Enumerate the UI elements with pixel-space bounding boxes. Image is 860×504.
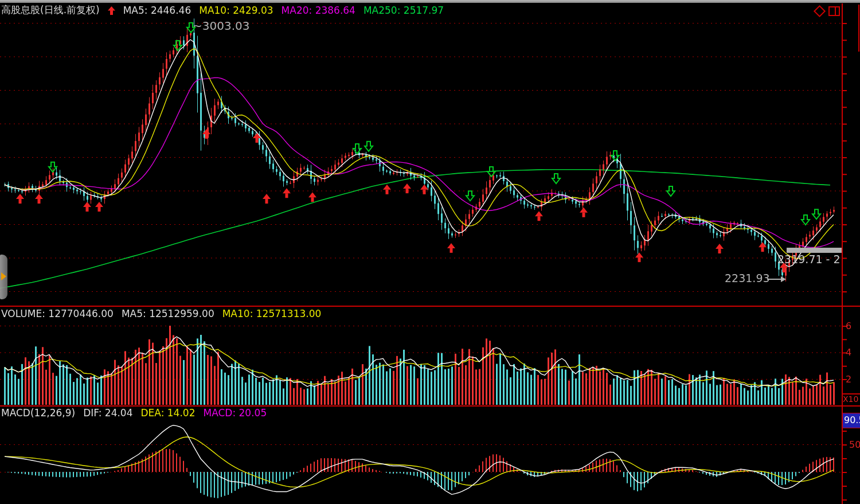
- dif-label: DIF: 24.04: [83, 407, 132, 419]
- ma20-label: MA20: 2386.64: [282, 5, 355, 16]
- range-tooltip-text: 2319.71 - 2: [777, 253, 842, 265]
- low-price-annotation: 2231.93: [725, 272, 770, 284]
- split-line: [835, 7, 836, 15]
- ma10-label: MA10: 2429.03: [199, 5, 273, 16]
- volume-axis-label-2: 2: [846, 374, 851, 385]
- macd-axis-label-50: 50: [849, 439, 860, 450]
- up-arrow-icon: [108, 6, 115, 14]
- macd-panel-header: MACD(12,26,9) DIF: 24.04 DEA: 14.02 MACD…: [1, 407, 267, 419]
- window-right-border: [858, 5, 859, 52]
- ma250-label: MA250: 2517.97: [363, 5, 444, 16]
- macd-value-label: MACD: 20.05: [203, 407, 267, 419]
- diamond-icon[interactable]: [814, 5, 826, 17]
- main-chart-header: 高股息股(日线.前复权) MA5: 2446.46 MA10: 2429.03 …: [1, 3, 444, 17]
- peak-price-annotation: ~3003.03: [193, 19, 249, 33]
- sidebar-expander-handle[interactable]: [0, 255, 7, 299]
- window-titlebar-edge: [0, 0, 860, 3]
- charts-canvas[interactable]: [0, 0, 860, 504]
- volume-ma10-label: MA10: 12571313.00: [222, 308, 322, 319]
- volume-ma5-label: MA5: 12512959.00: [122, 308, 214, 319]
- dea-label: DEA: 14.02: [141, 407, 196, 419]
- volume-unit-label: X10: [843, 394, 860, 404]
- macd-title-label: MACD(12,26,9): [1, 407, 75, 419]
- macd-readout-badge: 90.5: [842, 413, 860, 428]
- chart-window-controls: [815, 6, 840, 16]
- ma5-label: MA5: 2446.46: [123, 5, 191, 16]
- trading-app-window: 高股息股(日线.前复权) MA5: 2446.46 MA10: 2429.03 …: [0, 0, 860, 504]
- volume-label: VOLUME: 12770446.00: [1, 308, 114, 319]
- range-tooltip-bar: [787, 248, 842, 253]
- split-window-icon[interactable]: [828, 6, 840, 16]
- volume-axis-label-4: 4: [846, 347, 851, 358]
- volume-axis-label-6: 6: [846, 321, 851, 331]
- volume-panel-header: VOLUME: 12770446.00 MA5: 12512959.00 MA1…: [1, 308, 321, 319]
- symbol-title: 高股息股(日线.前复权): [1, 3, 100, 17]
- low-annotation-arrow: [767, 279, 781, 280]
- expand-right-icon: [1, 272, 6, 280]
